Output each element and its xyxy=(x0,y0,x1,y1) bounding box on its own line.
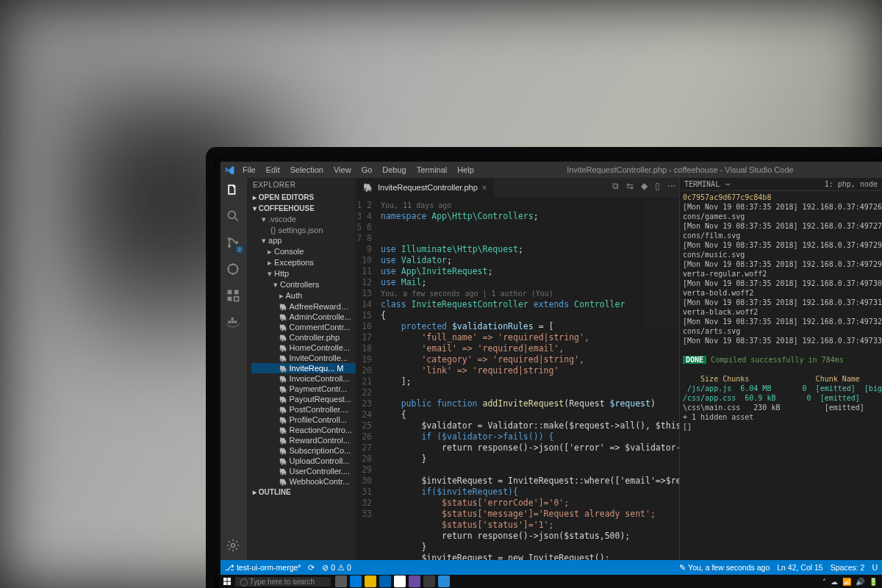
split-icon[interactable]: ⇆ xyxy=(626,181,634,191)
file-item[interactable]: InvoiceControll... xyxy=(251,373,356,384)
folder-http[interactable]: Http xyxy=(251,268,356,279)
laptop-frame: File Edit Selection View Go Debug Termin… xyxy=(206,147,882,588)
extensions-icon[interactable] xyxy=(226,288,242,304)
file-item[interactable]: RewardControl... xyxy=(251,435,356,445)
compare-icon[interactable]: ⧉ xyxy=(612,181,619,191)
svg-rect-5 xyxy=(228,290,232,295)
cursor-position[interactable]: Ln 42, Col 15 xyxy=(777,563,822,572)
window-title: InviteRequestController.php - coffeehous… xyxy=(478,165,882,174)
tab-label: InviteRequestController.php xyxy=(378,183,478,192)
file-item[interactable]: HomeControlle... xyxy=(251,343,356,353)
line-numbers: 1 2 3 4 5 6 7 8 9 10 11 12 13 14 15 16 1… xyxy=(356,197,376,560)
tray-chevron-icon[interactable]: ˄ xyxy=(822,578,826,586)
folder-exceptions[interactable]: Exceptions xyxy=(251,257,356,268)
tray-battery-icon[interactable]: 🔋 xyxy=(869,578,878,586)
file-item[interactable]: UploadControll... xyxy=(251,456,356,466)
menu-file[interactable]: File xyxy=(238,164,260,176)
terminal-more-icon[interactable]: ⋯ xyxy=(725,180,730,188)
webpack-done-badge: DONE xyxy=(683,356,706,364)
git-branch[interactable]: ⎇ test-ui-orm-merge* xyxy=(225,563,301,572)
gitlens-blame[interactable]: ✎ You, a few seconds ago xyxy=(679,563,770,572)
menu-go[interactable]: Go xyxy=(357,164,377,176)
workspace-section[interactable]: ▾ COFFEEHOUSE xyxy=(247,203,356,214)
svg-point-2 xyxy=(228,245,231,248)
explorer-icon[interactable] xyxy=(226,182,242,198)
tab-active[interactable]: 🐘 InviteRequestController.php × xyxy=(356,178,494,197)
start-button[interactable] xyxy=(220,575,234,588)
layout-icon[interactable]: ▯ xyxy=(655,181,660,191)
search-icon[interactable] xyxy=(226,209,242,225)
file-item[interactable]: InviteControlle... xyxy=(251,353,356,363)
file-item[interactable]: WebhookContr... xyxy=(251,476,356,487)
menu-edit[interactable]: Edit xyxy=(262,164,284,176)
indentation[interactable]: Spaces: 2 xyxy=(831,563,865,572)
file-item[interactable]: ProfileControll... xyxy=(251,415,356,425)
file-item[interactable]: UserController.... xyxy=(251,466,356,476)
svg-rect-10 xyxy=(232,320,234,323)
svg-rect-8 xyxy=(234,297,239,301)
diff-icon[interactable]: ◆ xyxy=(641,181,648,191)
store-icon[interactable] xyxy=(379,576,391,587)
edge-icon[interactable] xyxy=(350,576,362,587)
file-item[interactable]: PostController.... xyxy=(251,404,356,415)
file-item[interactable]: CommentContr... xyxy=(251,322,356,332)
source-control-icon[interactable] xyxy=(226,235,242,251)
chrome-icon[interactable] xyxy=(394,576,406,587)
svg-rect-9 xyxy=(228,320,230,323)
system-tray[interactable]: ˄ ☁ 📶 🔊 🔋 xyxy=(822,578,882,586)
folder-app[interactable]: app xyxy=(251,235,356,246)
outline-section[interactable]: ▸ OUTLINE xyxy=(247,487,356,498)
editor: 🐘 InviteRequestController.php × 1 2 3 4 … xyxy=(356,178,679,560)
folder-console[interactable]: Console xyxy=(251,246,356,257)
tray-wifi-icon[interactable]: 📶 xyxy=(842,578,851,586)
status-bar: ⎇ test-ui-orm-merge* ⟳ ⊘ 0 ⚠ 0 ✎ You, a … xyxy=(220,560,882,575)
open-editors-section[interactable]: ▸ OPEN EDITORS xyxy=(247,192,356,203)
tray-cloud-icon[interactable]: ☁ xyxy=(831,578,838,586)
file-item[interactable]: PaymentContr... xyxy=(251,384,356,394)
activity-bar xyxy=(220,178,247,560)
menu-help[interactable]: Help xyxy=(453,164,478,176)
terminal-picker[interactable]: 1: php, node xyxy=(825,180,878,188)
menu-selection[interactable]: Selection xyxy=(286,164,328,176)
code-content[interactable]: You, 11 days ago namespace namespace App… xyxy=(376,197,679,560)
hash-icon[interactable] xyxy=(409,576,420,587)
task-view-icon[interactable] xyxy=(335,576,347,587)
svg-rect-16 xyxy=(223,582,227,586)
sync-icon[interactable]: ⟳ xyxy=(308,563,315,572)
file-item[interactable]: ReactionContro... xyxy=(251,425,356,435)
mail-icon[interactable] xyxy=(423,576,435,587)
settings-gear-icon[interactable] xyxy=(226,538,242,554)
screen: File Edit Selection View Go Debug Termin… xyxy=(220,162,882,588)
menu-view[interactable]: View xyxy=(329,164,356,176)
file-item-active[interactable]: InviteRequ... M xyxy=(251,363,356,373)
svg-rect-15 xyxy=(228,578,232,581)
taskbar-search[interactable]: ◯ Type here to search xyxy=(235,577,331,587)
tab-close-icon[interactable]: × xyxy=(482,183,487,192)
vscode-taskbar-icon[interactable] xyxy=(438,576,450,587)
file-item[interactable]: Controller.php xyxy=(251,332,356,343)
menu-terminal[interactable]: Terminal xyxy=(412,164,452,176)
encoding[interactable]: U xyxy=(872,563,878,572)
file-item[interactable]: AdminControlle... xyxy=(251,312,356,322)
folder-auth[interactable]: Auth xyxy=(251,290,356,301)
folder-vscode[interactable]: .vscode xyxy=(251,214,356,225)
menu-debug[interactable]: Debug xyxy=(378,164,410,176)
problems[interactable]: ⊘ 0 ⚠ 0 xyxy=(322,563,351,572)
editor-actions: ⧉ ⇆ ◆ ▯ ⋯ xyxy=(612,181,676,191)
folder-controllers[interactable]: Controllers xyxy=(251,279,356,290)
file-settings-json[interactable]: {} settings.json xyxy=(251,225,356,235)
code-area[interactable]: 1 2 3 4 5 6 7 8 9 10 11 12 13 14 15 16 1… xyxy=(356,197,679,560)
tray-volume-icon[interactable]: 🔊 xyxy=(856,578,864,586)
debug-icon[interactable] xyxy=(226,262,242,278)
file-item[interactable]: PayoutRequest... xyxy=(251,394,356,404)
more-icon[interactable]: ⋯ xyxy=(667,181,676,191)
terminal-tab[interactable]: TERMINAL xyxy=(684,180,720,188)
svg-point-13 xyxy=(232,544,235,548)
file-item[interactable]: SubscriptionCo... xyxy=(251,445,356,456)
docker-icon[interactable] xyxy=(226,315,242,331)
file-explorer-icon[interactable] xyxy=(365,576,376,587)
terminal-output[interactable]: 0c7957ac9d677c9c84b8 [Mon Nov 19 08:37:3… xyxy=(680,191,882,433)
terminal-panel: TERMINAL ⋯ 1: php, node 0c7957ac9d677c9c… xyxy=(679,178,882,560)
file-item[interactable]: AdfreeRewardC... xyxy=(251,301,356,312)
minimap[interactable] xyxy=(644,182,679,329)
